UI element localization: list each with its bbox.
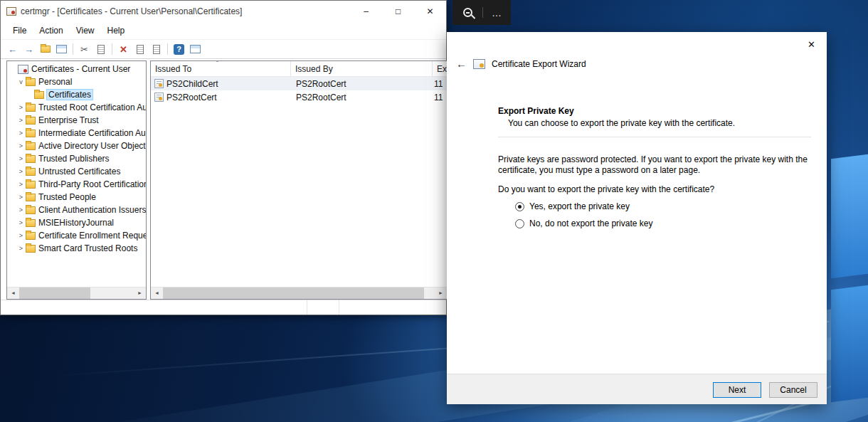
view-options-icon[interactable] — [188, 42, 203, 57]
chevron-down-icon[interactable]: v — [16, 78, 26, 85]
folder-icon — [26, 232, 36, 240]
chevron-right-icon[interactable]: > — [16, 104, 26, 111]
refresh-list-icon[interactable] — [149, 42, 164, 57]
delete-icon[interactable]: ✕ — [116, 42, 131, 57]
column-label: Ex — [437, 64, 447, 74]
wizard-header: ← Certificate Export Wizard — [456, 58, 586, 70]
export-list-icon[interactable] — [54, 42, 69, 57]
column-issued-to[interactable]: ˆ Issued To — [151, 61, 291, 76]
tree-horizontal-scrollbar[interactable]: ◄ ► — [7, 287, 146, 299]
maximize-button[interactable]: □ — [382, 1, 414, 22]
certificate-list-pane: ˆ Issued To Issued By Ex PS2ChildCert PS… — [150, 60, 448, 300]
cut-icon[interactable]: ✂ — [77, 42, 92, 57]
close-icon[interactable]: ✕ — [808, 39, 815, 50]
tree-item-label: Trusted Root Certification Au — [38, 102, 146, 112]
copy-icon[interactable] — [93, 42, 108, 57]
minimize-button[interactable]: – — [350, 1, 382, 22]
chevron-right-icon[interactable]: > — [16, 168, 26, 175]
tree-item-trusted-root[interactable]: > Trusted Root Certification Au — [7, 101, 146, 114]
tree-item-msie-history-journal[interactable]: > MSIEHistoryJournal — [7, 216, 146, 229]
wizard-footer: Next Cancel — [447, 374, 827, 404]
chevron-right-icon[interactable]: > — [16, 181, 26, 188]
folder-icon — [26, 219, 36, 227]
issued-to-value: PS2RootCert — [166, 93, 217, 102]
column-issued-by[interactable]: Issued By — [291, 61, 433, 76]
chevron-right-icon[interactable]: > — [16, 142, 26, 149]
show-console-tree-icon[interactable] — [38, 42, 53, 57]
page-heading: Export Private Key — [498, 106, 574, 116]
forward-icon[interactable]: → — [21, 42, 36, 57]
list-horizontal-scrollbar[interactable]: ◄ ► — [151, 287, 447, 299]
tree-item-untrusted-certificates[interactable]: > Untrusted Certificates — [7, 165, 146, 178]
status-section — [339, 300, 446, 315]
chevron-right-icon[interactable]: > — [16, 245, 26, 252]
list-item-ps2childcert[interactable]: PS2ChildCert PS2RootCert 11 — [151, 77, 447, 90]
scrollbar-track[interactable] — [19, 288, 134, 299]
chevron-right-icon[interactable]: > — [16, 194, 26, 201]
list-item-ps2rootcert[interactable]: PS2RootCert PS2RootCert 11 — [151, 90, 447, 104]
more-options-button[interactable]: … — [483, 2, 511, 23]
issued-by-value: PS2RootCert — [292, 93, 434, 102]
menu-view[interactable]: View — [70, 22, 101, 39]
tree-item-trusted-people[interactable]: > Trusted People — [7, 191, 146, 204]
menu-file[interactable]: File — [6, 22, 33, 39]
tree-item-personal[interactable]: v Personal — [7, 75, 146, 88]
help-icon[interactable]: ? — [171, 42, 186, 57]
sort-ascending-icon: ˆ — [216, 60, 218, 67]
radio-unselected-icon[interactable] — [515, 219, 524, 228]
tree-item-label: Certificates — [47, 90, 92, 100]
close-button[interactable]: ✕ — [414, 1, 446, 22]
tree-item-label: Personal — [38, 77, 72, 87]
chevron-right-icon[interactable]: > — [16, 155, 26, 162]
status-bar — [1, 300, 446, 315]
scrollbar-thumb[interactable] — [19, 288, 90, 299]
radio-no-export-private-key[interactable]: No, do not export the private key — [515, 218, 652, 228]
chevron-right-icon[interactable]: > — [16, 117, 26, 124]
next-button[interactable]: Next — [713, 382, 761, 398]
radio-selected-icon[interactable] — [515, 202, 524, 211]
scroll-right-icon[interactable]: ► — [134, 288, 146, 299]
scrollbar-track[interactable] — [163, 288, 435, 299]
back-icon[interactable]: ← — [5, 42, 20, 57]
scroll-left-icon[interactable]: ◄ — [7, 288, 19, 299]
radio-yes-export-private-key[interactable]: Yes, export the private key — [515, 201, 630, 211]
tree-item-certificates-current-user[interactable]: Certificates - Current User — [7, 63, 146, 75]
scroll-right-icon[interactable]: ► — [435, 288, 447, 299]
tree-item-trusted-publishers[interactable]: > Trusted Publishers — [7, 152, 146, 165]
folder-icon — [26, 181, 36, 189]
scrollbar-thumb[interactable] — [163, 288, 424, 299]
tree-item-active-directory[interactable]: > Active Directory User Object — [7, 139, 146, 152]
tree-item-enterprise-trust[interactable]: > Enterprise Trust — [7, 114, 146, 127]
table-icon — [190, 45, 201, 53]
tree-item-label: Untrusted Certificates — [38, 167, 120, 176]
radio-label: No, do not export the private key — [529, 218, 652, 228]
properties-icon[interactable] — [132, 42, 147, 57]
question-mark-icon: ? — [174, 44, 184, 55]
chevron-right-icon[interactable]: > — [16, 232, 26, 239]
tree-item-client-auth-issuers[interactable]: > Client Authentication Issuers — [7, 204, 146, 216]
column-expiration[interactable]: Ex — [433, 61, 447, 76]
menu-action[interactable]: Action — [33, 22, 69, 39]
chevron-right-icon[interactable]: > — [16, 130, 26, 137]
chevron-right-icon[interactable]: > — [16, 206, 26, 213]
folder-icon — [26, 168, 36, 176]
console-tree-pane: Certificates - Current User v Personal C… — [6, 60, 147, 300]
title-bar[interactable]: certmgr - [Certificates - Current User\P… — [1, 1, 446, 22]
folder-icon — [26, 117, 36, 125]
tree-item-smart-card-trusted-roots[interactable]: > Smart Card Trusted Roots — [7, 242, 146, 255]
back-arrow-icon[interactable]: ← — [456, 58, 467, 70]
list-header: ˆ Issued To Issued By Ex — [151, 61, 447, 77]
tree-item-third-party-root[interactable]: > Third-Party Root Certification — [7, 178, 146, 191]
wizard-title: Certificate Export Wizard — [492, 59, 586, 69]
tree-item-certificates-selected[interactable]: Certificates — [7, 88, 146, 101]
tree-item-label: Certificates - Current User — [31, 64, 130, 74]
cancel-button[interactable]: Cancel — [769, 382, 817, 398]
magnifier-button[interactable] — [452, 0, 482, 25]
tree-item-cert-enrollment-requests[interactable]: > Certificate Enrollment Reque — [7, 229, 146, 242]
menu-help[interactable]: Help — [101, 22, 132, 39]
tree-item-label: MSIEHistoryJournal — [38, 218, 114, 228]
chevron-right-icon[interactable]: > — [16, 219, 26, 226]
question-text: Do you want to export the private key wi… — [498, 184, 714, 194]
tree-item-intermediate[interactable]: > Intermediate Certification Au — [7, 127, 146, 139]
scroll-left-icon[interactable]: ◄ — [151, 288, 163, 299]
